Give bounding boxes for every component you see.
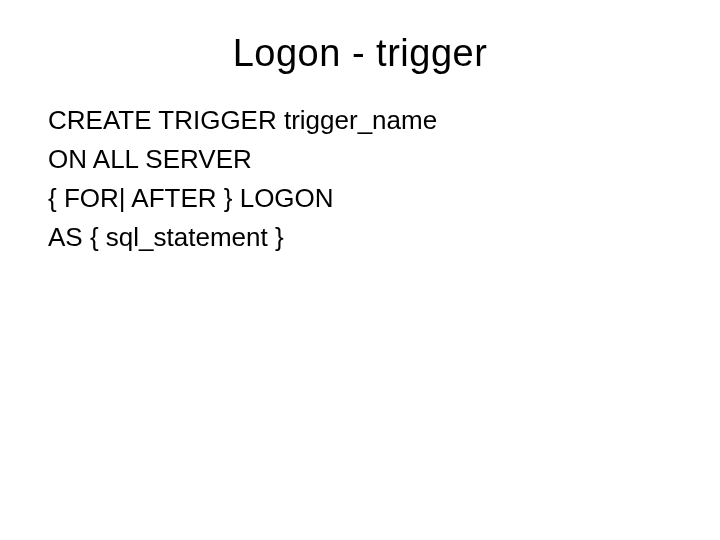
code-line: ON ALL SERVER [48, 142, 672, 177]
slide-body: CREATE TRIGGER trigger_name ON ALL SERVE… [48, 103, 672, 255]
slide: Logon - trigger CREATE TRIGGER trigger_n… [0, 0, 720, 540]
code-line: { FOR| AFTER } LOGON [48, 181, 672, 216]
slide-title: Logon - trigger [48, 32, 672, 75]
code-line: AS { sql_statement } [48, 220, 672, 255]
code-line: CREATE TRIGGER trigger_name [48, 103, 672, 138]
